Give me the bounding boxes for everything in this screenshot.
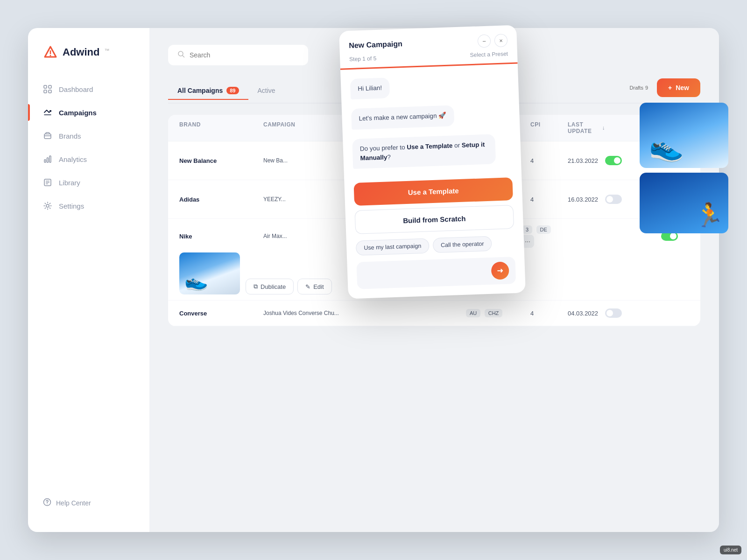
logo-area: Adwind ™ (28, 45, 149, 78)
cpi-cell: 4 (530, 310, 568, 317)
side-image-2 (640, 173, 728, 233)
col-brand: Brand (179, 121, 263, 134)
sidebar-item-dashboard[interactable]: Dashboard (35, 78, 142, 100)
modal-input-row (356, 257, 516, 289)
trademark: ™ (104, 48, 109, 53)
close-button[interactable]: × (494, 34, 508, 47)
sidebar: Adwind ™ Dashboard (28, 28, 149, 532)
chat-message-choose: Do you prefer to Use a Template or Setup… (352, 133, 512, 175)
toggle-inactive[interactable] (605, 195, 622, 204)
send-button[interactable] (491, 261, 509, 280)
brand-cell: Converse (179, 310, 263, 317)
all-campaigns-badge: 89 (226, 87, 239, 94)
svg-rect-5 (44, 90, 47, 93)
brand-cell: Adidas (179, 196, 263, 203)
quick-reply-last-campaign[interactable]: Use my last campaign (356, 238, 430, 255)
svg-rect-7 (44, 134, 51, 139)
col-last-update: Last Update ↓ (568, 121, 605, 134)
update-cell: 16.03.2022 (568, 196, 605, 203)
library-icon (43, 178, 52, 187)
sidebar-label-campaigns: Campaigns (59, 109, 97, 117)
sidebar-label-brands: Brands (59, 132, 81, 140)
brand-cell: Nike (179, 233, 263, 240)
svg-point-2 (50, 55, 51, 56)
svg-line-20 (183, 56, 184, 57)
edit-button[interactable]: ✎ Edit (297, 279, 331, 294)
logo-icon (43, 45, 58, 60)
brand-cell: New Balance (179, 157, 263, 164)
nav-items: Dashboard Campaigns (28, 78, 149, 490)
use-template-button[interactable]: Use a Template (353, 177, 513, 206)
help-center-link[interactable]: Help Center (28, 490, 149, 515)
cpi-cell: 4 (530, 196, 568, 203)
chat-message-hi: Hi Lilian! (350, 73, 510, 105)
svg-point-18 (47, 504, 48, 504)
campaign-image (179, 252, 240, 294)
svg-rect-4 (49, 85, 51, 88)
update-cell: 21.03.2022 (568, 157, 605, 164)
svg-rect-11 (49, 156, 51, 162)
tab-active[interactable]: Active (248, 82, 285, 100)
modal-body: Hi Lilian! Let's make a new campaign 🚀 D… (340, 63, 526, 299)
sidebar-item-library[interactable]: Library (35, 172, 142, 193)
watermark: ui8.net (720, 546, 741, 554)
build-scratch-button[interactable]: Build from Scratch (355, 205, 514, 234)
tags-cell: 3 DE ··· (521, 224, 586, 248)
svg-point-16 (46, 204, 49, 207)
select-preset-label: Select a Preset (470, 50, 508, 58)
search-input[interactable] (190, 51, 299, 59)
col-cpi: CPI (530, 121, 568, 134)
toggle-active[interactable] (605, 156, 622, 165)
sidebar-item-campaigns[interactable]: Campaigns (35, 102, 142, 123)
duplicate-icon: ⧉ (254, 283, 258, 290)
settings-icon (43, 201, 52, 210)
svg-rect-9 (44, 160, 46, 162)
minimize-button[interactable]: − (478, 34, 491, 48)
bubble-new-campaign: Let's make a new campaign 🚀 (351, 105, 454, 130)
toggle-inactive[interactable] (605, 308, 622, 318)
help-center-label: Help Center (56, 499, 91, 507)
tab-all-campaigns[interactable]: All Campaigns 89 (168, 82, 248, 100)
sidebar-item-brands[interactable]: Brands (35, 125, 142, 147)
quick-replies: Use my last campaign Call the operator (356, 235, 515, 256)
brand-name: Adwind (63, 46, 99, 58)
modal-title: New Campaign (349, 40, 402, 50)
step-indicator: Step 1 of 5 (349, 55, 377, 63)
svg-rect-10 (47, 158, 49, 162)
brands-icon (43, 131, 52, 140)
dashboard-icon (43, 84, 52, 94)
svg-rect-6 (49, 90, 51, 93)
drafts-badge: Drafts 9 (626, 84, 652, 92)
sidebar-label-library: Library (59, 179, 80, 187)
side-images (640, 103, 728, 233)
sidebar-label-settings: Settings (59, 202, 84, 210)
sidebar-item-analytics[interactable]: Analytics (35, 148, 142, 170)
chat-message-new-campaign: Let's make a new campaign 🚀 (351, 103, 511, 135)
card-actions: ⧉ Dublicate ✎ Edit (246, 279, 332, 294)
edit-icon: ✎ (305, 283, 310, 290)
modal-text-input[interactable] (363, 267, 486, 279)
svg-rect-3 (44, 85, 47, 88)
search-icon (177, 50, 185, 60)
side-image-1 (640, 103, 728, 168)
help-icon (43, 498, 51, 508)
duplicate-button[interactable]: ⧉ Dublicate (246, 279, 294, 294)
new-campaign-button[interactable]: + New (657, 78, 700, 97)
bubble-hi: Hi Lilian! (350, 77, 390, 99)
plus-icon: + (668, 84, 672, 91)
analytics-icon (43, 154, 52, 164)
campaign-cell: Joshua Vides Converse Chu... (263, 310, 465, 316)
new-campaign-modal[interactable]: New Campaign − × Step 1 of 5 Select a Pr… (339, 25, 526, 299)
bubble-choose: Do you prefer to Use a Template or Setup… (352, 134, 496, 169)
search-bar[interactable] (168, 45, 308, 65)
sidebar-item-settings[interactable]: Settings (35, 195, 142, 217)
modal-controls: − × (478, 34, 508, 48)
sidebar-label-dashboard: Dashboard (59, 85, 93, 93)
tags-cell: AU CHZ (465, 308, 530, 318)
campaigns-icon (43, 108, 52, 117)
update-cell: 04.03.2022 (568, 310, 605, 317)
sidebar-label-analytics: Analytics (59, 155, 87, 163)
table-row: Converse Joshua Vides Converse Chu... AU… (168, 301, 700, 326)
quick-reply-operator[interactable]: Call the operator (433, 236, 492, 253)
cpi-cell: 4 (530, 157, 568, 164)
